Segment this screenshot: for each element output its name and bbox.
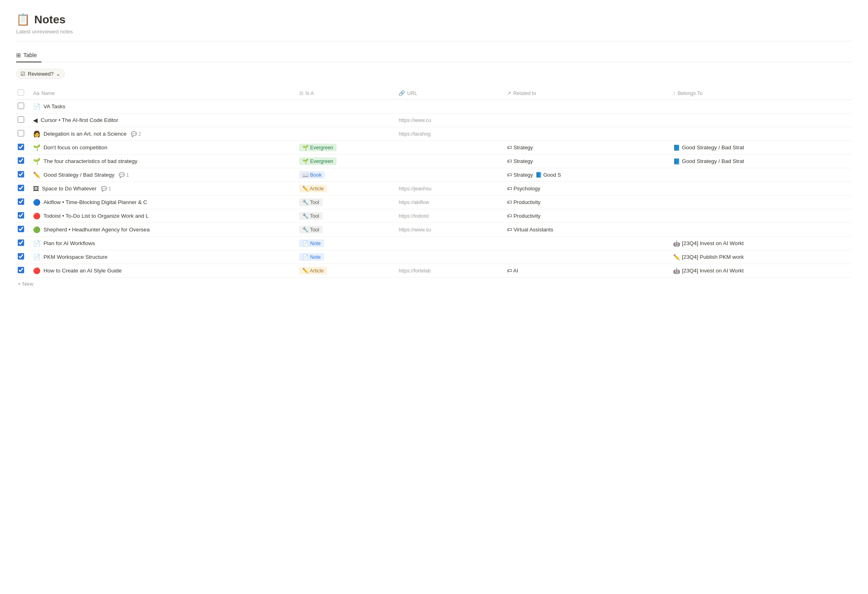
page-header: 📋 Notes Latest unreviewed notes: [16, 13, 852, 35]
related-tag: 🏷 Productivity: [507, 213, 541, 219]
reviewed-filter[interactable]: ☑ Reviewed? ⌄: [16, 69, 65, 79]
table-row: 🔵Akiflow • Time-Blocking Digital Planner…: [16, 196, 852, 209]
related-tag: 🏷 Virtual Assistants: [507, 227, 553, 233]
related-tag: 🏷 AI: [507, 268, 518, 274]
row-url-cell[interactable]: [395, 237, 502, 250]
row-icon: 🌱: [33, 144, 41, 151]
row-checkbox-cell: [16, 223, 29, 237]
isa-col-icon: ⊙: [299, 90, 304, 96]
page-title-text: Notes: [34, 13, 66, 26]
row-url-cell[interactable]: [395, 155, 502, 168]
header-row: Aa Name ⊙ Is A 🔗 URL: [16, 87, 852, 100]
table-row: 📄VA Tasks: [16, 100, 852, 113]
row-checkbox[interactable]: [18, 130, 24, 136]
row-related-cell: [503, 113, 669, 127]
row-checkbox[interactable]: [18, 171, 24, 177]
row-checkbox-cell: [16, 209, 29, 223]
row-related-cell: 🏷 Strategy📘 Good S: [503, 168, 669, 182]
row-url-cell[interactable]: [395, 141, 502, 155]
row-checkbox-cell: [16, 196, 29, 209]
row-related-cell: 🏷 Productivity: [503, 196, 669, 209]
row-name-cell[interactable]: 📄VA Tasks: [29, 100, 295, 113]
row-related-cell: 🏷 Virtual Assistants: [503, 223, 669, 237]
row-name-cell[interactable]: 🖼Space to Do Whatever💬 1: [29, 182, 295, 196]
isa-badge: 🌱 Evergreen: [299, 157, 337, 165]
row-checkbox[interactable]: [18, 157, 24, 164]
row-url-cell[interactable]: https://todoist: [395, 209, 502, 223]
belongs-icon: 🤖: [673, 268, 680, 274]
row-url-cell[interactable]: https://akiflow: [395, 196, 502, 209]
row-name-cell[interactable]: 👩Delegation is an Art, not a Science💬 2: [29, 127, 295, 141]
row-icon: 🔵: [33, 199, 41, 206]
row-checkbox[interactable]: [18, 103, 24, 109]
row-name-cell[interactable]: 📄PKM Workspace Structure: [29, 250, 295, 264]
row-checkbox[interactable]: [18, 198, 24, 205]
row-checkbox-cell: [16, 182, 29, 196]
belongs-icon: ✏️: [673, 254, 680, 260]
row-checkbox[interactable]: [18, 185, 24, 191]
row-related-cell: [503, 100, 669, 113]
row-related-cell: [503, 127, 669, 141]
isa-badge: 🔧 Tool: [299, 212, 322, 220]
row-icon: 🔴: [33, 212, 41, 220]
belongs-icon: 🤖: [673, 240, 680, 247]
th-isa: ⊙ Is A: [295, 87, 395, 100]
row-name-text: Cursor • The AI-first Code Editor: [41, 117, 118, 123]
row-isa-cell: 📄 Note: [295, 250, 395, 264]
related-tag: 🏷 Strategy: [507, 158, 533, 164]
row-name-cell[interactable]: 🌱Don't focus on competition: [29, 141, 295, 155]
view-tabs: ⊞ Table: [16, 50, 852, 62]
comment-badge: 💬 2: [131, 131, 141, 137]
row-url-cell[interactable]: https://larahog: [395, 127, 502, 141]
row-belongs-cell: 🤖[23Q4] Invest on AI Workt: [669, 237, 852, 250]
th-related-label: Related to: [513, 91, 536, 96]
chevron-down-icon: ⌄: [56, 71, 60, 77]
row-checkbox-cell: [16, 141, 29, 155]
row-isa-cell: 📄 Note: [295, 237, 395, 250]
row-checkbox[interactable]: [18, 267, 24, 273]
row-checkbox-cell: [16, 113, 29, 127]
row-name-cell[interactable]: 🟢Shepherd • Headhunter Agency for Overse…: [29, 223, 295, 237]
row-related-cell: [503, 250, 669, 264]
th-url-label: URL: [407, 91, 417, 96]
row-url-cell[interactable]: https://jeanhs​u: [395, 182, 502, 196]
row-url-cell[interactable]: https://www.su: [395, 223, 502, 237]
header-checkbox[interactable]: [18, 89, 24, 96]
table-row: 📄PKM Workspace Structure📄 Note✏️[23Q4] P…: [16, 250, 852, 264]
row-name-cell[interactable]: 📄Plan for AI Workflows: [29, 237, 295, 250]
new-row-button[interactable]: + New: [16, 278, 852, 290]
table-tab[interactable]: ⊞ Table: [16, 50, 41, 62]
page-title: 📋 Notes: [16, 13, 852, 26]
row-name-cell[interactable]: 🔴How to Create an AI Style Guide: [29, 264, 295, 278]
row-isa-cell: 🔧 Tool: [295, 223, 395, 237]
row-url-cell[interactable]: [395, 250, 502, 264]
row-checkbox[interactable]: [18, 212, 24, 219]
row-isa-cell: [295, 100, 395, 113]
row-checkbox[interactable]: [18, 239, 24, 246]
row-name-cell[interactable]: 🔵Akiflow • Time-Blocking Digital Planner…: [29, 196, 295, 209]
row-checkbox[interactable]: [18, 226, 24, 232]
row-name-cell[interactable]: ✏️Good Strategy / Bad Strategy💬 1: [29, 168, 295, 182]
row-checkbox[interactable]: [18, 116, 24, 123]
row-belongs-cell: [669, 223, 852, 237]
th-name-label: Name: [41, 91, 55, 96]
row-url-cell[interactable]: https://www.cu: [395, 113, 502, 127]
isa-badge: 📄 Note: [299, 253, 324, 261]
table-row: ✏️Good Strategy / Bad Strategy💬 1📖 Book🏷…: [16, 168, 852, 182]
row-url-cell[interactable]: https://fortelab: [395, 264, 502, 278]
row-checkbox[interactable]: [18, 253, 24, 260]
row-name-text: VA Tasks: [43, 103, 65, 109]
row-belongs-cell: 📘Good Strategy / Bad Strat: [669, 155, 852, 168]
row-url-cell[interactable]: [395, 168, 502, 182]
related-tag: 🏷 Productivity: [507, 199, 541, 205]
row-checkbox-cell: [16, 250, 29, 264]
row-checkbox[interactable]: [18, 144, 24, 150]
table-row: 🖼Space to Do Whatever💬 1✏️ Articlehttps:…: [16, 182, 852, 196]
row-name-text: Akiflow • Time-Blocking Digital Planner …: [43, 199, 147, 205]
row-url-cell[interactable]: [395, 100, 502, 113]
row-name-cell[interactable]: 🌱The four characteristics of bad strateg…: [29, 155, 295, 168]
row-checkbox-cell: [16, 127, 29, 141]
row-name-cell[interactable]: ◀Cursor • The AI-first Code Editor: [29, 113, 295, 127]
name-col-icon: Aa: [33, 90, 39, 96]
row-name-cell[interactable]: 🔴Todoist • To-Do List to Organize Work a…: [29, 209, 295, 223]
